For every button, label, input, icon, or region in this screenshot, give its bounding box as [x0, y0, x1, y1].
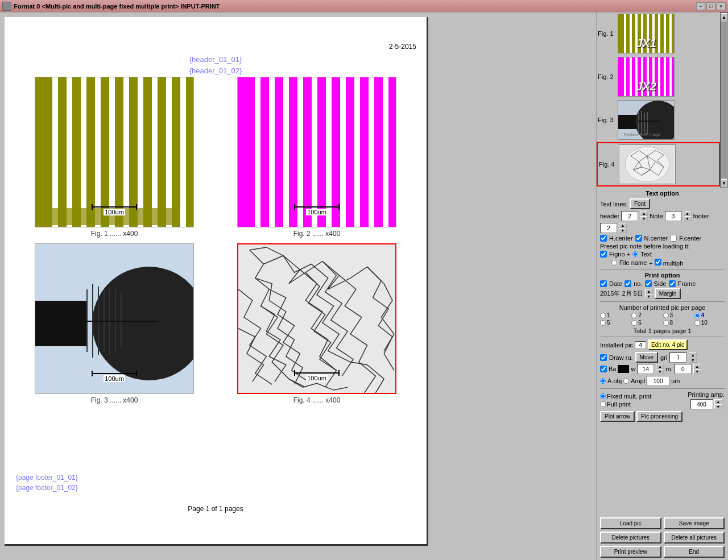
text-radio[interactable] — [632, 251, 638, 257]
ba-checkbox[interactable] — [600, 366, 607, 372]
figure-2-image[interactable]: 100um — [237, 77, 396, 227]
radio-5[interactable] — [600, 320, 606, 326]
no-checkbox[interactable] — [624, 280, 631, 287]
radio-2[interactable] — [631, 313, 637, 318]
ba-color-box[interactable] — [618, 365, 629, 373]
figno-label: Figno + — [609, 251, 630, 258]
header-spinner[interactable]: ▲ ▼ — [640, 211, 648, 221]
full-print-radio[interactable] — [600, 401, 606, 407]
a-obj-radio[interactable] — [600, 378, 606, 384]
figno-checkbox[interactable] — [600, 251, 607, 258]
thumb-1-jx: JX1 — [636, 37, 656, 50]
printing-amp-up[interactable]: ▲ — [714, 399, 722, 404]
delete-pictures-button[interactable]: Delete pictures — [600, 532, 661, 544]
plot-arrow-button[interactable]: Plot arrow — [600, 411, 635, 422]
edit-pic-button[interactable]: Edit no. 4 pic — [648, 339, 688, 350]
fixed-mult-print-radio[interactable] — [600, 393, 606, 399]
minimize-button[interactable]: − — [696, 2, 705, 10]
gri-spinner[interactable]: ▲ ▼ — [689, 352, 697, 363]
footer-up[interactable]: ▲ — [619, 223, 627, 228]
note-down[interactable]: ▼ — [684, 216, 692, 221]
figure-1-image[interactable]: 100um — [35, 77, 194, 227]
radio-6[interactable] — [631, 320, 637, 326]
thumbnail-2[interactable]: Fig. 2 — [597, 56, 720, 98]
maximize-button[interactable]: □ — [706, 2, 715, 10]
f-center-label: F.center — [679, 235, 701, 242]
footer-value-input[interactable] — [600, 223, 617, 233]
note-up[interactable]: ▲ — [684, 211, 692, 216]
h-center-checkbox[interactable] — [600, 235, 607, 242]
note-spinner[interactable]: ▲ ▼ — [684, 211, 692, 221]
scroll-up-arrow[interactable]: ▲ — [721, 13, 727, 21]
figure-4-image[interactable]: 100um — [237, 243, 396, 394]
gri-value-input[interactable] — [669, 352, 686, 363]
save-image-button[interactable]: Save image — [664, 517, 725, 529]
note-value-input[interactable] — [665, 211, 682, 221]
m-value-input[interactable] — [675, 364, 692, 374]
plot-process-row: Plot arrow Pic processing — [600, 411, 725, 422]
radio-1-label: 1 — [607, 312, 610, 318]
date-up[interactable]: ▲ — [645, 289, 653, 294]
scroll-down-arrow[interactable]: ▼ — [721, 179, 727, 187]
filename-radio[interactable] — [611, 260, 617, 266]
printing-amp-down[interactable]: ▼ — [714, 404, 722, 409]
close-button[interactable]: × — [717, 2, 726, 10]
footer-down[interactable]: ▼ — [619, 228, 627, 233]
footer-spinner[interactable]: ▲ ▼ — [619, 223, 627, 233]
gri-up[interactable]: ▲ — [689, 352, 697, 358]
header-value-input[interactable] — [621, 211, 638, 221]
radio-8[interactable] — [663, 320, 669, 326]
svg-rect-46 — [624, 57, 626, 96]
thumb-1-image[interactable]: JX1 — [618, 14, 675, 53]
n-center-checkbox[interactable] — [635, 235, 642, 242]
move-button[interactable]: Move — [635, 352, 658, 363]
thumb-2-image[interactable]: JX2 — [618, 57, 675, 97]
font-button[interactable]: Font — [630, 198, 650, 209]
thumbnail-1[interactable]: Fig. 1 — [597, 13, 720, 55]
w-up[interactable]: ▲ — [656, 364, 664, 369]
fixed-mult-print-row: Fixed mult. print — [600, 393, 651, 400]
delete-all-button[interactable]: Delete all pictures — [664, 532, 725, 544]
thumbnail-4[interactable]: Fig. 4 — [597, 142, 720, 186]
frame-checkbox[interactable] — [669, 280, 676, 287]
figure-3-image[interactable]: 100um — [35, 243, 194, 394]
gri-down[interactable]: ▼ — [689, 358, 697, 363]
m-spinner[interactable]: ▲ ▼ — [693, 364, 701, 374]
header-note-footer-row: header ▲ ▼ Note ▲ ▼ footer ▲ ▼ — [600, 211, 725, 233]
printing-amp-spinner[interactable]: ▲ ▼ — [714, 399, 722, 409]
thumbnail-3[interactable]: Fig. 3 Re — [597, 99, 720, 141]
installed-pic-label: Installed pic — [600, 342, 633, 349]
thumbnail-scrollbar[interactable]: ▲ ▼ — [720, 13, 728, 188]
m-up[interactable]: ▲ — [693, 364, 701, 369]
pic-processing-button[interactable]: Pic processing — [636, 411, 682, 422]
thumb-3-image[interactable]: Replace BMP image — [618, 100, 675, 140]
date-checkbox[interactable] — [600, 280, 607, 287]
thumb-4-image[interactable] — [619, 144, 676, 184]
header-up[interactable]: ▲ — [640, 211, 648, 216]
filename-row: File name + multiph — [600, 259, 725, 267]
m-down[interactable]: ▼ — [693, 369, 701, 374]
multiph-checkbox[interactable] — [655, 259, 661, 266]
ampl-radio[interactable] — [623, 378, 629, 384]
radio-10[interactable] — [694, 320, 700, 326]
side-checkbox[interactable] — [645, 280, 652, 287]
f-center-checkbox[interactable] — [670, 235, 677, 242]
scroll-thumb[interactable] — [721, 22, 727, 179]
date-down[interactable]: ▼ — [645, 294, 653, 299]
margin-button[interactable]: Margin — [655, 288, 681, 299]
window-controls[interactable]: − □ × — [696, 2, 726, 10]
radio-3[interactable] — [663, 313, 669, 318]
w-spinner[interactable]: ▲ ▼ — [656, 364, 664, 374]
radio-1[interactable] — [600, 313, 606, 318]
w-value-input[interactable] — [637, 364, 654, 374]
date-spinner[interactable]: ▲ ▼ — [645, 289, 653, 299]
w-down[interactable]: ▼ — [656, 369, 664, 374]
radio-4[interactable] — [694, 313, 700, 318]
print-preview-button[interactable]: Print preview — [600, 546, 661, 558]
header-down[interactable]: ▼ — [640, 216, 648, 221]
draw-ru-checkbox[interactable] — [600, 354, 607, 361]
end-button[interactable]: End — [664, 546, 725, 558]
printing-amp-input[interactable] — [690, 399, 713, 409]
load-pic-button[interactable]: Load pic — [600, 517, 661, 529]
ampl-value-input[interactable] — [647, 376, 669, 386]
